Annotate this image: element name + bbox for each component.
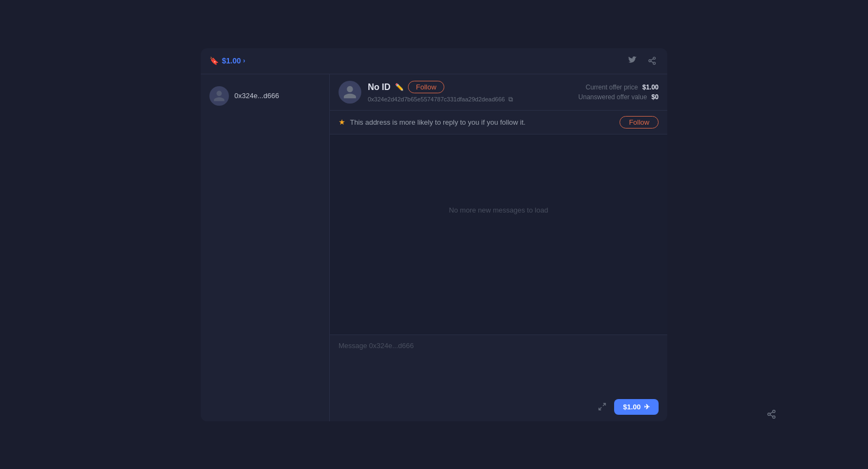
svg-line-5: [603, 403, 606, 406]
expand-icon: [598, 402, 607, 411]
bottom-share-area: [764, 407, 778, 421]
unanswered-offer-row: Unanswered offer value $0: [578, 93, 659, 101]
twitter-icon-btn[interactable]: [626, 54, 639, 67]
message-input-area: $1.00 ✈: [330, 335, 667, 421]
contact-header: No ID ✏️ Follow 0x324e2d42d7b65e5574787c…: [330, 74, 667, 111]
twitter-icon: [628, 56, 637, 65]
follow-button-header[interactable]: Follow: [408, 81, 445, 93]
offer-info: Current offer price $1.00 Unanswered off…: [578, 83, 659, 101]
contact-address-text: 0x324e2d42d7b65e5574787c331dfaa29d2dead6…: [368, 96, 505, 102]
contact-header-avatar: [339, 81, 361, 104]
bottom-share-button[interactable]: [764, 407, 778, 421]
svg-point-9: [773, 416, 775, 419]
top-bar: 🔖 $1.00 ›: [201, 48, 667, 74]
current-offer-value: $1.00: [642, 83, 659, 91]
edit-icon[interactable]: ✏️: [395, 83, 404, 91]
content-area: 0x324e...d666 No ID ✏️: [201, 74, 667, 421]
follow-notice-text: ★ This address is more likely to reply t…: [339, 118, 526, 126]
no-messages-text: No more new messages to load: [330, 134, 667, 286]
message-actions: $1.00 ✈: [339, 399, 659, 415]
svg-point-7: [773, 410, 775, 413]
svg-point-0: [653, 57, 655, 59]
follow-notice: ★ This address is more likely to reply t…: [330, 111, 667, 134]
contact-address-row: 0x324e2d42d7b65e5574787c331dfaa29d2dead6…: [368, 95, 513, 103]
bookmark-icon: 🔖: [209, 56, 219, 65]
svg-line-6: [599, 407, 602, 410]
copy-icon[interactable]: ⧉: [508, 95, 513, 103]
price-link[interactable]: $1.00 ›: [222, 56, 245, 65]
svg-point-2: [653, 62, 655, 65]
arrow-icon: ›: [243, 57, 245, 65]
follow-button-notice[interactable]: Follow: [620, 116, 659, 129]
contact-header-info: No ID ✏️ Follow 0x324e2d42d7b65e5574787c…: [368, 81, 513, 103]
svg-point-8: [768, 413, 770, 416]
send-price: $1.00: [623, 403, 641, 411]
follow-notice-message: This address is more likely to reply to …: [350, 118, 526, 126]
share-icon-btn[interactable]: [646, 54, 659, 67]
top-bar-icons: [626, 54, 659, 67]
svg-line-11: [770, 412, 773, 414]
contact-header-name-text: No ID: [368, 82, 391, 92]
contact-avatar: [209, 86, 229, 106]
contact-header-name-row: No ID ✏️ Follow: [368, 81, 513, 93]
bottom-share-icon: [767, 409, 776, 419]
star-icon: ★: [339, 118, 346, 126]
share-icon: [648, 56, 656, 65]
current-offer-label: Current offer price: [585, 83, 638, 91]
svg-line-4: [651, 59, 654, 60]
message-textarea[interactable]: [339, 342, 659, 395]
svg-line-10: [770, 415, 773, 416]
send-button[interactable]: $1.00 ✈: [614, 399, 659, 415]
current-offer-row: Current offer price $1.00: [585, 83, 659, 91]
expand-button[interactable]: [596, 400, 609, 413]
unanswered-offer-value: $0: [652, 93, 659, 101]
top-price-value: $1.00: [222, 56, 241, 65]
sidebar: 0x324e...d666: [201, 74, 330, 421]
contact-item[interactable]: 0x324e...d666: [201, 81, 329, 111]
send-icon: ✈: [644, 403, 650, 411]
right-panel: No ID ✏️ Follow 0x324e2d42d7b65e5574787c…: [330, 74, 667, 421]
unanswered-offer-label: Unanswered offer value: [578, 93, 647, 101]
svg-line-3: [651, 61, 654, 63]
svg-point-1: [649, 60, 651, 62]
contact-name: 0x324e...d666: [234, 92, 279, 100]
messages-area[interactable]: ★ This address is more likely to reply t…: [330, 111, 667, 335]
